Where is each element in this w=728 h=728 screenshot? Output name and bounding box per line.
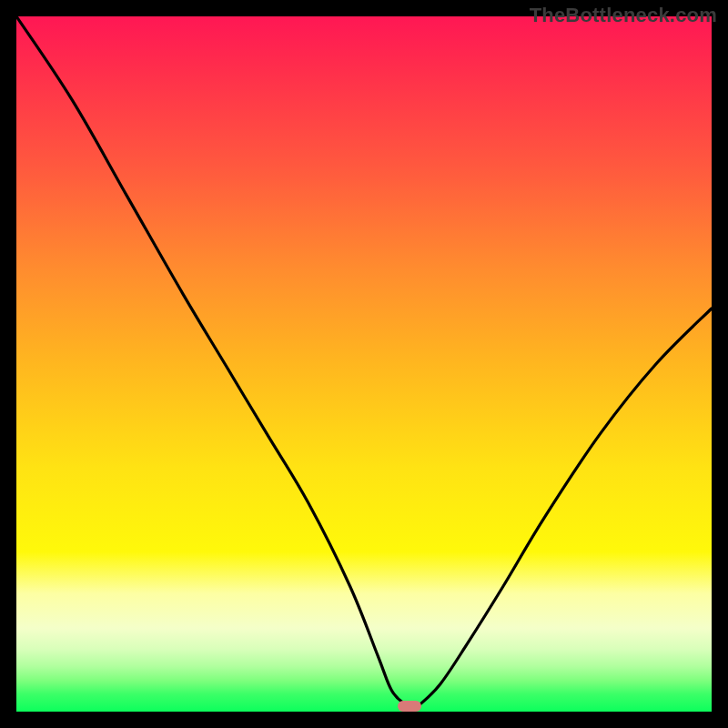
chart-frame: TheBottleneck.com (0, 0, 728, 728)
watermark-text: TheBottleneck.com (530, 4, 717, 27)
plot-area (16, 16, 712, 712)
optimal-marker (398, 701, 421, 712)
curve-path (16, 16, 712, 708)
bottleneck-curve (16, 16, 712, 712)
